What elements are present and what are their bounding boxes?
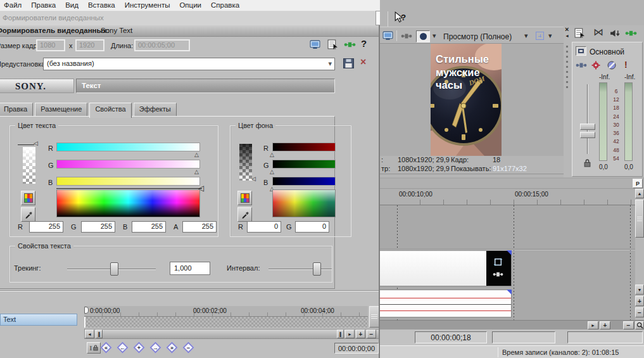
pan-crop-icon[interactable] xyxy=(493,257,503,267)
combo-arrow-icon[interactable]: ▾ xyxy=(328,60,332,68)
timeline-vscrollbar[interactable]: ▲ ▼ + − xyxy=(635,189,644,329)
text-r-slider[interactable] xyxy=(56,143,200,151)
fader-lock-icon[interactable] xyxy=(584,159,591,167)
cursor-timecode-display[interactable]: 00:00:00;18 xyxy=(415,331,487,343)
bg-g-slider[interactable] xyxy=(272,160,336,169)
external-monitor-icon[interactable] xyxy=(382,31,393,41)
record-devices-icon[interactable] xyxy=(574,28,585,38)
text-r-slider-handle[interactable]: △ xyxy=(194,151,199,158)
quality-dropdown-arrow[interactable]: ▾ xyxy=(432,32,436,40)
dialog-title-bar[interactable]: Формирователь видеоданных: Sony Text xyxy=(0,25,380,37)
save-preset-icon[interactable] xyxy=(343,58,354,68)
delete-preset-icon[interactable]: × xyxy=(360,56,366,68)
mute-icon[interactable] xyxy=(607,61,616,70)
tab-edit[interactable]: Правка xyxy=(0,103,33,116)
grid-dropdown-arrow[interactable]: ▾ xyxy=(548,32,552,40)
menu-help[interactable]: Справка xyxy=(211,1,239,11)
bg-eyedropper-button[interactable] xyxy=(237,207,252,222)
keyframe-track-header[interactable]: Text xyxy=(0,314,77,326)
text-b-slider[interactable] xyxy=(56,177,200,186)
menu-tools[interactable]: Инструменты xyxy=(125,1,170,11)
zoom-tool-button[interactable] xyxy=(635,321,644,329)
time-ruler[interactable]: 00:00:10;00 00:00:15;00 xyxy=(380,189,635,205)
video-event[interactable] xyxy=(380,250,512,286)
bg-r-slider-handle[interactable]: △ xyxy=(270,151,274,158)
bus-fx-icon[interactable] xyxy=(576,62,587,68)
keyframe-first-button[interactable]: « xyxy=(100,342,112,354)
tracking-slider-handle[interactable] xyxy=(110,262,118,276)
selection-end-display[interactable] xyxy=(567,331,643,343)
scroll-down-button[interactable]: ▼ xyxy=(635,284,644,295)
tab-properties[interactable]: Свойства xyxy=(89,103,131,118)
clipping-indicator-icon[interactable]: ! xyxy=(624,60,628,70)
keyframe-prev-button[interactable]: ← xyxy=(117,342,129,354)
keyframe-lane[interactable] xyxy=(84,317,368,328)
dock-splitter[interactable]: × ◄ xyxy=(564,25,571,177)
bus-icon[interactable] xyxy=(576,46,586,56)
menu-file[interactable]: Файл xyxy=(4,1,22,11)
selection-start-display[interactable] xyxy=(492,331,555,343)
keyframe-ruler[interactable]: 0:00:00;00 00:00:02;00 00:00:04;00 xyxy=(84,306,368,317)
fader-handle[interactable] xyxy=(580,124,595,139)
generator-properties-icon[interactable] xyxy=(327,39,338,49)
master-fx-icon[interactable] xyxy=(625,30,637,37)
preview-mode-label[interactable]: Просмотр (Полное) xyxy=(443,32,512,41)
vscroll-thumb[interactable] xyxy=(635,200,644,238)
video-fx-icon[interactable] xyxy=(401,33,412,39)
text-alpha-slider[interactable] xyxy=(23,147,35,184)
track-height-plus-button[interactable]: + xyxy=(635,296,644,306)
text-eyedropper-button[interactable] xyxy=(21,207,35,222)
keyframe-timecode-display[interactable]: 00:00:00;00 xyxy=(334,343,379,354)
plugin-chain-icon[interactable] xyxy=(344,41,356,48)
help-icon[interactable]: ? xyxy=(361,38,367,49)
sync-cursor-button[interactable]: I xyxy=(87,342,101,354)
zoom-out-time-button[interactable]: − xyxy=(623,321,634,329)
context-help-icon[interactable] xyxy=(394,11,407,24)
keyframe-hscrollbar[interactable]: ◄ ∥ ∥ ► + − xyxy=(84,329,379,339)
transitions-icon[interactable]: ⋈ xyxy=(593,26,603,38)
keyframe-remove-button[interactable]: − xyxy=(182,342,194,354)
track-height-minus-button[interactable]: − xyxy=(635,307,644,317)
bg-alpha-handle[interactable]: ◁ xyxy=(251,176,256,182)
tracking-value-field[interactable]: 1,000 xyxy=(170,262,210,275)
bg-g-slider-handle[interactable]: △ xyxy=(270,169,274,175)
gear-icon[interactable] xyxy=(591,61,600,70)
zoom-in-time-button[interactable]: + xyxy=(600,321,610,329)
interval-slider-track[interactable] xyxy=(268,269,332,270)
preview-mode-arrow[interactable]: ▾ xyxy=(524,32,528,40)
kf-scroll-left-button[interactable]: ◄ xyxy=(85,329,94,338)
bg-b-slider[interactable] xyxy=(272,177,336,186)
kf-scroll-thumb-left[interactable]: ∥ xyxy=(96,329,103,338)
interval-slider-handle[interactable] xyxy=(313,262,321,276)
menu-edit[interactable]: Правка xyxy=(31,1,56,11)
close-icon[interactable]: × xyxy=(565,25,569,33)
bg-g-field[interactable]: 0 xyxy=(295,221,329,233)
bg-r-slider[interactable] xyxy=(272,143,336,151)
text-a-field[interactable]: 255 xyxy=(182,221,217,233)
menu-insert[interactable]: Вставка xyxy=(88,1,115,11)
text-g-slider[interactable] xyxy=(56,160,200,169)
scroll-up-button[interactable]: ▲ xyxy=(635,189,644,198)
frame-width-field[interactable]: 1080 xyxy=(36,39,65,51)
text-r-field[interactable]: 255 xyxy=(29,221,63,233)
kf-scroll-right-button[interactable]: ► xyxy=(345,329,355,338)
event-fx-icon[interactable] xyxy=(493,271,503,278)
kf-zoom-in-button[interactable]: + xyxy=(356,329,365,338)
text-color-model-button[interactable] xyxy=(21,191,35,205)
bg-color-model-button[interactable] xyxy=(237,191,252,205)
preview-quality-button[interactable] xyxy=(416,30,430,42)
keyframe-last-button[interactable]: » xyxy=(166,342,178,354)
menu-options[interactable]: Опции xyxy=(179,1,201,11)
kf-zoom-out-button[interactable]: − xyxy=(367,329,376,338)
bg-alpha-slider[interactable] xyxy=(239,144,252,181)
bg-color-spectrum[interactable] xyxy=(272,189,336,217)
tab-placement[interactable]: Размещение xyxy=(35,103,87,116)
text-color-spectrum[interactable] xyxy=(56,189,200,217)
preset-combobox[interactable]: (без названия) ▾ xyxy=(43,58,335,70)
text-g-field[interactable]: 255 xyxy=(81,221,115,233)
audio-event[interactable] xyxy=(380,290,512,317)
length-field[interactable]: 00:00:05;00 xyxy=(134,39,190,51)
keyframe-next-button[interactable]: → xyxy=(149,342,161,354)
text-g-slider-handle[interactable]: △ xyxy=(194,169,199,175)
preview-toggle-icon[interactable] xyxy=(310,40,320,49)
